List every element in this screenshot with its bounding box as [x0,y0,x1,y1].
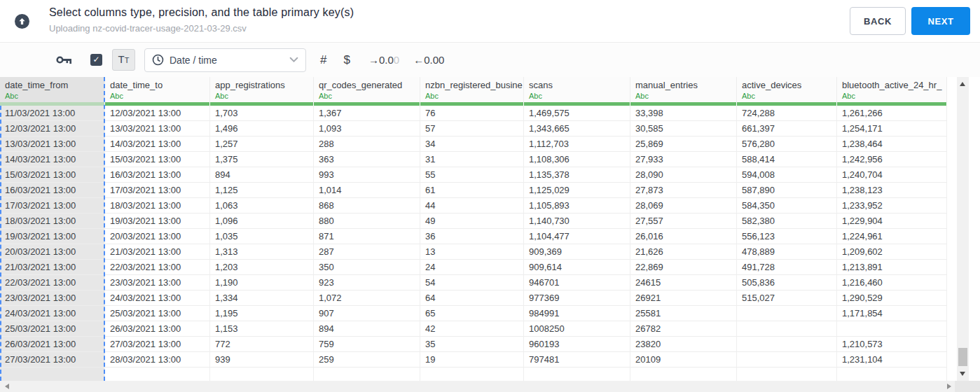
table-cell: 61 [420,183,524,198]
text-type-button[interactable]: TT [112,49,135,71]
table-cell: 57 [420,121,524,136]
table-cell: 25/03/2021 13:00 [105,306,210,321]
table-cell: 22/03/2021 13:00 [0,275,105,290]
table-cell: 588,414 [737,152,837,167]
table-row: 26/03/2021 13:0027/03/2021 13:0077275935… [0,337,947,352]
scroll-left-icon[interactable] [5,384,9,389]
table-cell: 724,288 [737,106,837,121]
table-row: 21/03/2021 13:0022/03/2021 13:001,203350… [0,260,947,275]
table-cell: 25,869 [630,136,737,152]
vertical-scrollbar[interactable] [957,77,969,381]
column-header-nzbn_registered_busine[interactable]: nzbn_registered_busineAbc [420,77,524,102]
table-cell: 20109 [630,352,737,368]
table-row: 12/03/2021 13:0013/03/2021 13:001,4961,0… [0,121,947,136]
table-cell: 17/03/2021 13:00 [105,183,210,198]
table-cell: 23/03/2021 13:00 [105,275,210,290]
table-cell: 797481 [524,352,630,368]
table-cell: 287 [314,244,420,260]
horizontal-scrollbar[interactable] [0,381,980,392]
table-cell: 1,171,854 [837,306,947,321]
table-cell: 939 [210,352,314,368]
chevron-down-icon [289,57,298,63]
table-cell: 64 [420,290,524,306]
table-cell: 65 [420,306,524,321]
scroll-right-icon[interactable] [947,384,951,389]
column-header-app_registrations[interactable]: app_registrationsAbc [210,77,314,102]
table-row: 17/03/2021 13:0018/03/2021 13:001,063868… [0,198,947,214]
table-cell: 1,072 [314,290,420,306]
currency-type-button[interactable]: $ [343,53,350,67]
table-cell: 1,229,904 [837,214,947,229]
table-cell: 1,238,464 [837,136,947,152]
table-cell: 26921 [630,290,737,306]
table-cell: 350 [314,260,420,275]
csv-upload-wizard: Select columns type, precision, and the … [0,0,980,392]
right-arrow-icon: → [368,54,379,66]
column-type-label: Abc [319,92,420,100]
table-cell [737,306,837,321]
table-cell: 259 [314,352,420,368]
table-cell: 1,105,893 [524,198,630,214]
column-name: bluetooth_active_24_hr_ [842,80,946,90]
table-cell [105,368,210,381]
primary-key-button[interactable] [56,55,72,65]
vertical-scrollbar-thumb[interactable] [958,348,967,366]
include-column-checkbox[interactable]: ✓ [90,54,102,66]
column-header-active_devices[interactable]: active_devicesAbc [737,77,837,102]
table-cell: 1,238,123 [837,183,947,198]
column-type-label: Abc [842,92,946,100]
table-cell [837,368,947,381]
table-cell: 13/03/2021 13:00 [0,136,105,152]
table-cell: 772 [210,337,314,352]
table-row: 25/03/2021 13:0026/03/2021 13:001,153894… [0,321,947,337]
table-cell: 1008250 [524,321,630,337]
table-cell: 505,836 [737,275,837,290]
table-cell: 26,016 [630,229,737,244]
column-type-label: Abc [425,92,523,100]
column-header-manual_entries[interactable]: manual_entriesAbc [630,77,737,102]
table-cell: 1,210,573 [837,337,947,352]
table-row: 18/03/2021 13:0019/03/2021 13:001,096880… [0,214,947,229]
back-button[interactable]: BACK [850,7,906,35]
table-cell: 515,027 [737,290,837,306]
next-button[interactable]: NEXT [911,7,970,35]
table-cell: 1,257 [210,136,314,152]
table-cell: 759 [314,337,420,352]
table-cell: 27/03/2021 13:00 [105,337,210,352]
table-cell [420,368,524,381]
table-header-row: date_time_fromAbcdate_time_toAbcapp_regi… [0,77,947,102]
column-header-date_time_from[interactable]: date_time_fromAbc [0,77,105,102]
table-cell: 16/03/2021 13:00 [0,183,105,198]
table-cell: 1,334 [210,290,314,306]
table-cell: 19/03/2021 13:00 [0,229,105,244]
column-header-qr_codes_generated[interactable]: qr_codes_generatedAbc [314,77,420,102]
table-cell: 946701 [524,275,630,290]
table-cell: 880 [314,214,420,229]
table-cell [314,368,420,381]
table-cell: 19/03/2021 13:00 [105,214,210,229]
upload-icon [15,14,29,29]
column-type-label: Abc [742,92,836,100]
table-cell [737,352,837,368]
table-cell: 22/03/2021 13:00 [105,260,210,275]
column-name: manual_entries [635,80,736,90]
decimal-decrease-button[interactable]: →0.00 [368,54,399,66]
column-type-select[interactable]: Date / time [144,48,306,72]
column-header-date_time_to[interactable]: date_time_toAbc [105,77,210,102]
table-cell: 1,014 [314,183,420,198]
column-header-bluetooth_active_24_hr_[interactable]: bluetooth_active_24_hr_Abc [837,77,947,102]
table-cell: 661,397 [737,121,837,136]
scroll-down-icon[interactable] [960,372,965,376]
column-type-label: Abc [5,92,104,100]
column-header-scans[interactable]: scansAbc [524,77,630,102]
table-cell: 76 [420,106,524,121]
check-icon: ✓ [92,55,99,64]
number-type-button[interactable]: # [320,53,326,67]
table-cell: 14/03/2021 13:00 [105,136,210,152]
table-cell: 13/03/2021 13:00 [105,121,210,136]
table-cell: 27,557 [630,214,737,229]
scrollbar-corner [955,381,980,392]
decimal-increase-button[interactable]: ←0.00 [413,54,444,66]
scroll-up-icon[interactable] [960,82,965,86]
table-cell: 21/03/2021 13:00 [105,244,210,260]
